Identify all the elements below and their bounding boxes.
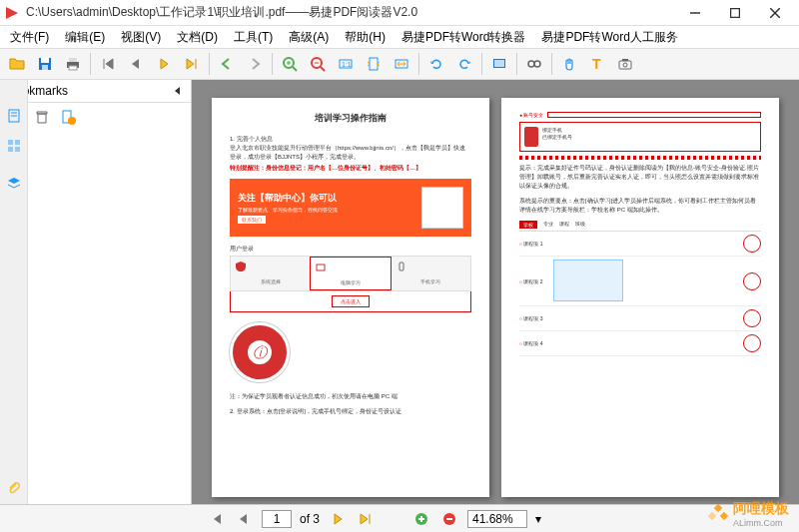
title-bar: C:\Users\admin\Desktop\工作记录1\职业培训.pdf——易… <box>0 0 799 26</box>
page-number-input[interactable]: 1 <box>262 510 292 528</box>
subtab-2: 电脑学习 <box>310 257 391 290</box>
svg-point-28 <box>623 63 627 67</box>
svg-rect-27 <box>619 61 631 69</box>
zoom-actual-button[interactable]: 1:1 <box>333 51 359 77</box>
window-title: C:\Users\admin\Desktop\工作记录1\职业培训.pdf——易… <box>26 4 675 21</box>
rotate-cw-button[interactable] <box>451 51 477 77</box>
status-next-icon[interactable] <box>328 509 348 529</box>
prev-page-button[interactable] <box>123 51 149 77</box>
bookmarks-toolbar: + <box>0 103 191 131</box>
last-page-button[interactable] <box>179 51 205 77</box>
menu-help[interactable]: 帮助(H) <box>339 27 392 48</box>
next-page-button[interactable] <box>151 51 177 77</box>
svg-point-34 <box>68 117 76 125</box>
minimize-button[interactable] <box>675 0 715 26</box>
find-button[interactable] <box>521 51 547 77</box>
banner-sub: 了解最新要点、学习操作指导，在线问答交流 <box>238 207 415 213</box>
svg-point-24 <box>534 61 540 67</box>
page-total-label: of 3 <box>300 512 320 526</box>
svg-rect-6 <box>42 65 48 70</box>
document-viewport[interactable]: 培训学习操作指南 1. 完善个人信息 登入北京市职业技能提升行动管理平台（htt… <box>192 80 799 504</box>
status-bar: 1 of 3 41.68% ▾ 阿哩模板 ALimm.Com <box>0 504 799 532</box>
svg-text:T: T <box>592 56 601 72</box>
presentation-button[interactable] <box>486 51 512 77</box>
status-prev-icon[interactable] <box>234 509 254 529</box>
zoom-level-input[interactable]: 41.68% <box>467 510 527 528</box>
phone-verify-box: 绑定手机已绑定手机号 <box>519 122 761 152</box>
snapshot-button[interactable] <box>612 51 638 77</box>
subtab-1: 系统选择 <box>231 257 310 290</box>
hand-tool-button[interactable] <box>556 51 582 77</box>
zoom-out-button[interactable] <box>305 51 331 77</box>
first-page-button[interactable] <box>95 51 121 77</box>
svg-point-23 <box>528 61 534 67</box>
app-logo-icon <box>4 5 20 21</box>
svg-text:1:1: 1:1 <box>342 61 352 68</box>
save-button[interactable] <box>32 51 58 77</box>
sidetab-layers-icon[interactable] <box>6 176 22 192</box>
bookmarks-header: Bookmarks <box>0 80 191 103</box>
menu-bar: 文件(F) 编辑(E) 视图(V) 文档(D) 工具(T) 高级(A) 帮助(H… <box>0 26 799 48</box>
pdf-page-2: ● 账号安全 绑定手机已绑定手机号 提示：完成采集好证件号码认证，身份认证删除阅… <box>501 98 779 497</box>
doc-title: 培训学习操作指南 <box>230 112 471 125</box>
nav-forward-button[interactable] <box>242 51 268 77</box>
menu-document[interactable]: 文档(D) <box>171 27 224 48</box>
status-last-icon[interactable] <box>356 509 376 529</box>
page2-note: 提示：完成采集好证件号码认证，身份认证删除阅读为【我的信息-账号安全-身份验证.… <box>519 164 761 191</box>
list-row: ○ 课程项 3 <box>519 306 761 331</box>
svg-rect-42 <box>8 140 13 145</box>
svg-line-15 <box>321 67 325 71</box>
pdf-page-1: 培训学习操作指南 1. 完善个人信息 登入北京市职业技能提升行动管理平台（htt… <box>212 98 489 497</box>
fit-page-button[interactable] <box>361 51 387 77</box>
watermark: 阿哩模板 ALimm.Com <box>707 500 789 528</box>
menu-converter[interactable]: 易捷PDF转Word转换器 <box>396 27 531 48</box>
text-select-button[interactable]: T <box>584 51 610 77</box>
bookmarks-list <box>0 131 191 504</box>
doc-highlight: 特别提醒注：身份信息登记：用户名【…位身份证号】、初始密码【…】 <box>230 164 471 173</box>
status-zoom-in-icon[interactable] <box>411 509 431 529</box>
rotate-ccw-button[interactable] <box>423 51 449 77</box>
sidetab-thumbnails-icon[interactable] <box>6 138 22 154</box>
svg-rect-45 <box>15 147 20 152</box>
menu-tools[interactable]: 工具(T) <box>228 27 279 48</box>
menu-service[interactable]: 易捷PDF转Word人工服务 <box>535 27 683 48</box>
doc-step1: 1. 完善个人信息 <box>230 135 471 144</box>
menu-file[interactable]: 文件(F) <box>4 27 55 48</box>
watermark-sub: ALimm.Com <box>733 518 789 528</box>
menu-advanced[interactable]: 高级(A) <box>283 27 335 48</box>
menu-edit[interactable]: 编辑(E) <box>59 27 111 48</box>
svg-rect-51 <box>714 504 722 512</box>
collapse-sidebar-icon[interactable] <box>173 86 183 96</box>
zoom-in-button[interactable] <box>277 51 303 77</box>
svg-rect-22 <box>494 60 504 67</box>
svg-text:ⓘ: ⓘ <box>253 344 269 360</box>
nav-back-button[interactable] <box>214 51 240 77</box>
print-button[interactable] <box>60 51 86 77</box>
status-first-icon[interactable] <box>206 509 226 529</box>
svg-rect-9 <box>69 66 77 70</box>
banner-title: 关注【帮助中心】你可以 <box>238 192 415 205</box>
id-card-icon <box>553 260 623 301</box>
delete-bookmark-icon[interactable] <box>34 109 50 125</box>
sidetab-bookmarks-icon[interactable] <box>6 108 22 124</box>
red-seal-icon: ⓘ <box>230 322 290 382</box>
svg-rect-43 <box>15 140 20 145</box>
menu-view[interactable]: 视图(V) <box>115 27 167 48</box>
list-row: ○ 课程项 2 <box>519 257 761 306</box>
svg-rect-19 <box>370 58 378 70</box>
status-zoom-out-icon[interactable] <box>439 509 459 529</box>
zoom-dropdown-icon[interactable]: ▾ <box>535 512 541 526</box>
open-button[interactable] <box>4 51 30 77</box>
fit-width-button[interactable] <box>389 51 414 77</box>
sidetab-attachments-icon[interactable] <box>6 480 22 496</box>
maximize-button[interactable] <box>715 0 755 26</box>
doc-step1-desc: 登入北京市职业技能提升行动管理平台（https://www.bjjnts.cn/… <box>230 144 471 162</box>
bookmark-options-icon[interactable] <box>60 109 76 125</box>
doc-banner: 关注【帮助中心】你可以 了解最新要点、学习操作指导，在线问答交流 联系我们 <box>230 179 471 237</box>
phone-icon <box>524 127 538 147</box>
close-button[interactable] <box>755 0 795 26</box>
svg-line-11 <box>293 67 297 71</box>
page2-note2: 系统提示的重要点：点击[确认学习]进入学员操作后端系统，你可看到工作栏主管如何员… <box>519 197 761 215</box>
svg-rect-5 <box>41 58 49 63</box>
doc-note: 注：为保证学员观看者认证信息成功，初次使用请在电脑 PC 端 <box>230 392 471 401</box>
